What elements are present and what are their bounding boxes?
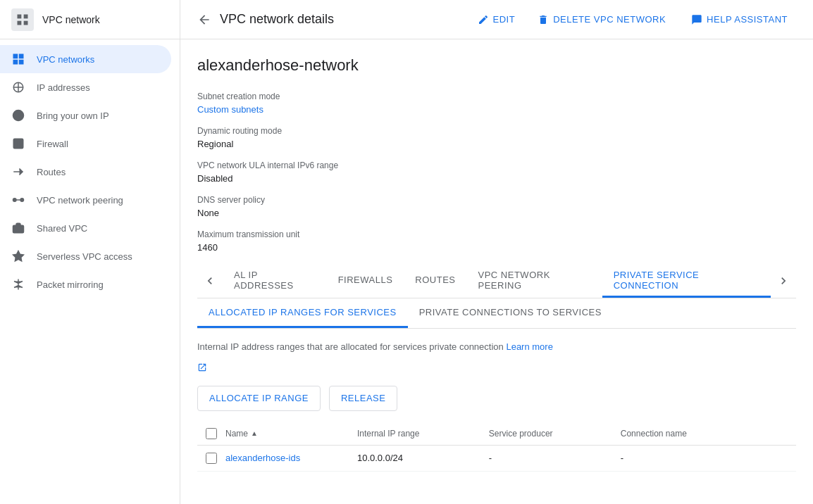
table-header: Name ▲ Internal IP range Service produce… [197,422,796,446]
sidebar-item-vpc-networks[interactable]: VPC networks [0,45,171,73]
back-button[interactable] [197,13,211,27]
svg-rect-3 [24,20,28,25]
main-content: VPC network details EDIT DELETE VPC NETW… [180,0,813,504]
sidebar: VPC network VPC networks IP addresses Br… [0,0,180,504]
sidebar-item-label: Firewall [37,139,68,149]
ip-ranges-table: Name ▲ Internal IP range Service produce… [197,422,796,472]
sidebar-item-bring-your-own-ip[interactable]: Bring your own IP [0,101,171,130]
ip-addresses-icon [11,80,25,94]
tab-private-service-connection[interactable]: PRIVATE SERVICE CONNECTION [602,264,771,298]
sidebar-item-label: IP addresses [37,82,90,93]
sidebar-item-shared-vpc[interactable]: Shared VPC [0,214,171,242]
bring-your-own-ip-icon [11,108,25,122]
subnet-creation-mode-value[interactable]: Custom subnets [197,104,796,115]
mtu-label: Maximum transmission unit [197,229,796,239]
release-button[interactable]: RELEASE [329,386,397,411]
select-all-checkbox-cell [197,428,225,439]
column-header-name: Name ▲ [225,429,357,439]
sidebar-item-packet-mirroring[interactable]: Packet mirroring [0,270,171,298]
action-buttons-row: ALLOCATE IP RANGE RELEASE [197,386,796,411]
row-ip-range: 10.0.0.0/24 [357,453,489,463]
delete-label: DELETE VPC NETWORK [553,14,666,25]
tabs-next-button[interactable] [771,264,796,298]
row-connection-name: - [621,453,796,463]
sidebar-item-label: VPC networks [37,54,94,65]
select-all-checkbox[interactable] [206,428,217,439]
sidebar-item-label: Packet mirroring [37,279,104,290]
svg-rect-4 [13,54,18,59]
tabs-prev-button[interactable] [197,264,223,298]
allocate-ip-range-button[interactable]: ALLOCATE IP RANGE [197,386,321,411]
section-description: Internal IP address ranges that are allo… [197,340,796,354]
sidebar-item-firewall[interactable]: Firewall [0,130,171,158]
dynamic-routing-section: Dynamic routing mode Regional [197,126,796,149]
column-header-service-producer: Service producer [489,429,621,439]
tab-al-ip-addresses[interactable]: AL IP ADDRESSES [223,264,327,298]
dynamic-routing-label: Dynamic routing mode [197,126,796,136]
sidebar-header: VPC network [0,0,180,39]
edit-button[interactable]: EDIT [472,10,521,30]
topbar: VPC network details EDIT DELETE VPC NETW… [180,0,813,39]
svg-rect-6 [13,60,18,65]
sub-tab-private-connections[interactable]: PRIVATE CONNECTIONS TO SERVICES [408,298,613,328]
packet-mirroring-icon [11,277,25,291]
sidebar-item-serverless-vpc-access[interactable]: Serverless VPC access [0,242,171,270]
firewall-icon [11,137,25,151]
network-name: alexanderhose-network [197,56,796,75]
tab-firewalls[interactable]: FIREWALLS [327,264,404,298]
row-checkbox-cell [197,453,225,464]
sub-tabs-container: ALLOCATED IP RANGES FOR SERVICES PRIVATE… [197,298,796,329]
sidebar-title: VPC network [42,14,100,25]
peering-icon [11,193,25,207]
column-header-connection-name: Connection name [621,429,796,439]
column-header-ip-range: Internal IP range [357,429,489,439]
svg-rect-1 [24,14,28,18]
topbar-actions: EDIT DELETE VPC NETWORK HELP ASSISTANT [472,10,797,30]
row-name[interactable]: alexanderhose-ids [225,453,357,463]
svg-rect-13 [13,139,23,149]
sidebar-nav: VPC networks IP addresses Bring your own… [0,39,180,304]
svg-marker-22 [13,251,24,261]
dns-policy-label: DNS server policy [197,195,796,205]
ipv6-range-value: Disabled [197,173,796,184]
row-service-producer: - [489,453,621,463]
shared-vpc-icon [11,221,25,235]
mtu-value: 1460 [197,242,796,253]
svg-point-18 [13,199,17,202]
subnet-creation-mode-label: Subnet creation mode [197,92,796,101]
sidebar-item-label: Bring your own IP [37,111,109,121]
page-title: VPC network details [220,12,472,27]
serverless-icon [11,249,25,263]
sidebar-item-ip-addresses[interactable]: IP addresses [0,73,171,101]
dynamic-routing-value: Regional [197,139,796,149]
row-checkbox[interactable] [206,453,217,464]
app-icon [11,8,34,31]
dns-policy-section: DNS server policy None [197,195,796,218]
sidebar-item-routes[interactable]: Routes [0,158,171,186]
svg-rect-21 [13,225,24,233]
sub-tab-allocated-ip-ranges[interactable]: ALLOCATED IP RANGES FOR SERVICES [197,298,408,328]
tab-routes[interactable]: ROUTES [404,264,466,298]
sidebar-item-label: Shared VPC [37,223,87,234]
edit-label: EDIT [493,14,516,25]
delete-button[interactable]: DELETE VPC NETWORK [532,10,671,30]
sidebar-item-label: Serverless VPC access [37,251,132,262]
mtu-section: Maximum transmission unit 1460 [197,229,796,253]
learn-more-link[interactable]: Learn more [506,341,552,352]
svg-rect-2 [18,20,22,25]
table-row: alexanderhose-ids 10.0.0.0/24 - - [197,446,796,472]
content-area: alexanderhose-network Subnet creation mo… [180,39,813,504]
sidebar-item-label: Routes [37,167,66,177]
ipv6-range-label: VPC network ULA internal IPv6 range [197,160,796,170]
vpc-networks-icon [11,52,25,66]
sidebar-item-vpc-network-peering[interactable]: VPC network peering [0,186,171,214]
routes-icon [11,165,25,179]
sort-icon[interactable]: ▲ [251,429,258,437]
tab-vpc-network-peering[interactable]: VPC NETWORK PEERING [467,264,602,298]
subnet-creation-mode-section: Subnet creation mode Custom subnets [197,92,796,115]
ipv6-range-section: VPC network ULA internal IPv6 range Disa… [197,160,796,184]
dns-policy-value: None [197,208,796,218]
external-link[interactable] [197,363,207,374]
sidebar-item-label: VPC network peering [37,195,123,206]
help-assistant-button[interactable]: HELP ASSISTANT [683,10,796,30]
